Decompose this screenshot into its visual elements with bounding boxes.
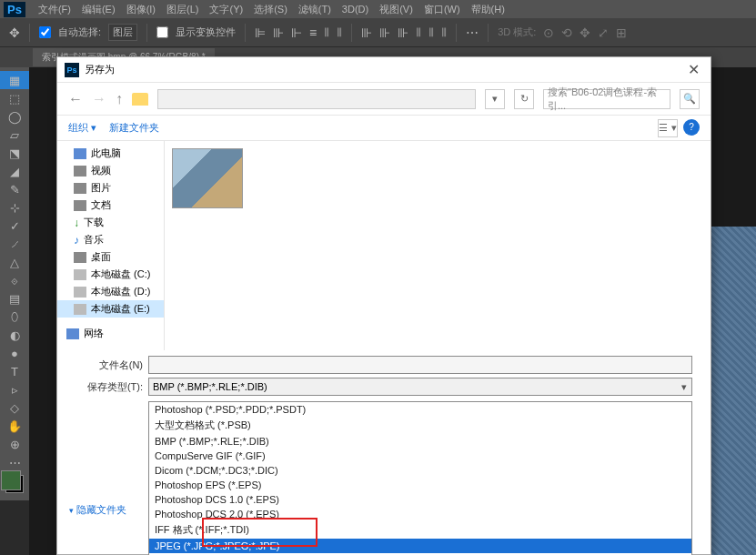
menu-filter[interactable]: 滤镜(T) [293, 3, 337, 16]
menubar: Ps 文件(F) 编辑(E) 图像(I) 图层(L) 文字(Y) 选择(S) 滤… [0, 0, 756, 18]
tool-18[interactable]: ◇ [0, 399, 29, 417]
align-icon[interactable]: ≡ [309, 25, 317, 40]
filetype-option[interactable]: Photoshop DCS 1.0 (*.EPS) [149, 492, 691, 507]
distribute-icon[interactable]: ⊪ [361, 25, 372, 40]
tree-item[interactable]: ↓下载 [57, 214, 164, 231]
align-icon[interactable]: ⊩ [291, 25, 302, 40]
menu-3d[interactable]: 3D(D) [337, 4, 374, 15]
align-icon[interactable]: ⊫ [255, 25, 266, 40]
tool-2[interactable]: ◯ [0, 107, 29, 126]
tool-21[interactable]: ⋯ [0, 453, 29, 471]
tree-label: 下载 [84, 216, 104, 229]
overflow-icon[interactable]: ⋯ [466, 25, 479, 40]
filetype-option[interactable]: Photoshop EPS (*.EPS) [149, 478, 691, 492]
auto-select-checkbox[interactable] [39, 26, 51, 38]
tree-item[interactable]: ♪音乐 [57, 231, 164, 248]
back-button[interactable]: ← [68, 91, 83, 107]
tree-item[interactable]: 本地磁盘 (C:) [57, 266, 164, 283]
tool-14[interactable]: ◐ [0, 326, 29, 344]
filetype-option[interactable]: Photoshop DCS 2.0 (*.EPS) [149, 507, 691, 521]
tool-5[interactable]: ◢ [0, 162, 29, 180]
distribute-icon[interactable]: ⊪ [379, 25, 390, 40]
view-options-button[interactable]: ☰ ▾ [658, 119, 678, 137]
tool-0[interactable]: ▦ [0, 71, 29, 89]
tool-3[interactable]: ▱ [0, 126, 29, 144]
organize-menu[interactable]: 组织 ▾ [68, 121, 96, 135]
align-icon[interactable]: ⊪ [273, 25, 284, 40]
content-pane[interactable] [165, 141, 711, 350]
distribute-icon[interactable]: ⫴ [441, 25, 447, 40]
tool-1[interactable]: ⬚ [0, 89, 29, 107]
menu-window[interactable]: 窗口(W) [418, 3, 466, 16]
layer-select[interactable]: 图层 [108, 24, 137, 41]
close-button[interactable]: ✕ [684, 61, 703, 78]
tree-item[interactable]: 文档 [57, 197, 164, 214]
tree-item[interactable]: 本地磁盘 (E:) [57, 300, 164, 318]
menu-view[interactable]: 视图(V) [374, 3, 418, 16]
show-transform-checkbox[interactable] [156, 26, 168, 38]
forward-button[interactable]: → [92, 91, 106, 107]
menu-select[interactable]: 选择(S) [248, 3, 293, 16]
tool-11[interactable]: ⟐ [0, 271, 29, 289]
hide-folders-link[interactable]: 隐藏文件夹 [69, 503, 126, 517]
dialog-titlebar: Ps 另存为 ✕ [57, 57, 711, 83]
distribute-icon[interactable]: ⫴ [428, 25, 434, 40]
new-folder-button[interactable]: 新建文件夹 [109, 121, 159, 135]
tool-20[interactable]: ⊕ [0, 435, 29, 453]
nav-bar: ← → ↑ ▾ ↻ 搜索"B06-02调色课程-索引... 🔍 [57, 83, 711, 116]
menu-edit[interactable]: 编辑(E) [76, 3, 121, 16]
menu-file[interactable]: 文件(F) [33, 3, 76, 16]
tool-15[interactable]: ● [0, 344, 29, 362]
tree-label: 文档 [91, 198, 111, 212]
menu-help[interactable]: 帮助(H) [466, 3, 510, 16]
tool-13[interactable]: ⬯ [0, 308, 29, 326]
menu-image[interactable]: 图像(I) [121, 3, 161, 16]
fields-area: 文件名(N) 保存类型(T): BMP (*.BMP;*.RLE;*.DIB) [57, 350, 711, 401]
tree-item[interactable]: 此电脑 [57, 145, 164, 162]
file-thumbnail[interactable] [172, 148, 243, 208]
address-bar[interactable] [157, 89, 476, 109]
tree-label: 图片 [91, 181, 111, 195]
filetype-option[interactable]: IFF 格式 (*.IFF;*.TDI) [149, 521, 691, 539]
dropdown-button[interactable]: ▾ [485, 89, 505, 109]
tool-12[interactable]: ▤ [0, 289, 29, 308]
up-button[interactable]: ↑ [116, 91, 123, 107]
tool-10[interactable]: △ [0, 253, 29, 271]
filetype-option[interactable]: JPEG (*.JPG;*.JPEG;*.JPE) [149, 539, 691, 553]
search-button[interactable]: 🔍 [680, 89, 700, 109]
menu-type[interactable]: 文字(Y) [204, 3, 248, 16]
tool-8[interactable]: ✓ [0, 217, 29, 235]
options-bar: ✥ 自动选择: 图层 显示变换控件 ⊫ ⊪ ⊩ ≡ ⫴ ⫴ ⊪ ⊪ ⊪ ⫴ ⫴ … [0, 18, 756, 47]
tree-item[interactable]: 视频 [57, 162, 164, 179]
tree-item[interactable]: 桌面 [57, 248, 164, 266]
tool-9[interactable]: ⟋ [0, 235, 29, 253]
align-icon[interactable]: ⫴ [324, 25, 329, 40]
mode-3d-label: 3D 模式: [498, 25, 536, 39]
ps-icon: Ps [65, 63, 79, 77]
tool-19[interactable]: ✋ [0, 417, 29, 435]
align-icon[interactable]: ⫴ [337, 25, 342, 40]
filetype-select[interactable]: BMP (*.BMP;*.RLE;*.DIB) [148, 378, 692, 396]
tool-6[interactable]: ✎ [0, 180, 29, 198]
color-swatch[interactable] [5, 475, 24, 493]
tool-16[interactable]: T [0, 362, 29, 380]
filetype-option[interactable]: CompuServe GIF (*.GIF) [149, 449, 691, 463]
filetype-option[interactable]: 大型文档格式 (*.PSB) [149, 417, 691, 434]
tree-item[interactable]: 图片 [57, 179, 164, 197]
tree-item[interactable]: 网络 [57, 325, 164, 342]
search-input[interactable]: 搜索"B06-02调色课程-索引... [543, 89, 670, 109]
filetype-option[interactable]: BMP (*.BMP;*.RLE;*.DIB) [149, 434, 691, 449]
distribute-icon[interactable]: ⊪ [398, 25, 408, 40]
tool-7[interactable]: ⊹ [0, 198, 29, 217]
help-icon[interactable]: ? [683, 119, 700, 136]
gen-icon [74, 252, 86, 263]
filetype-option[interactable]: Photoshop (*.PSD;*.PDD;*.PSDT) [149, 402, 691, 417]
tree-item[interactable]: 本地磁盘 (D:) [57, 283, 164, 300]
tool-4[interactable]: ⬔ [0, 144, 29, 162]
filename-input[interactable] [148, 356, 692, 374]
tool-17[interactable]: ▹ [0, 380, 29, 399]
filetype-option[interactable]: Dicom (*.DCM;*.DC3;*.DIC) [149, 463, 691, 478]
distribute-icon[interactable]: ⫴ [416, 25, 421, 40]
refresh-button[interactable]: ↻ [514, 89, 534, 109]
menu-layer[interactable]: 图层(L) [161, 3, 204, 16]
